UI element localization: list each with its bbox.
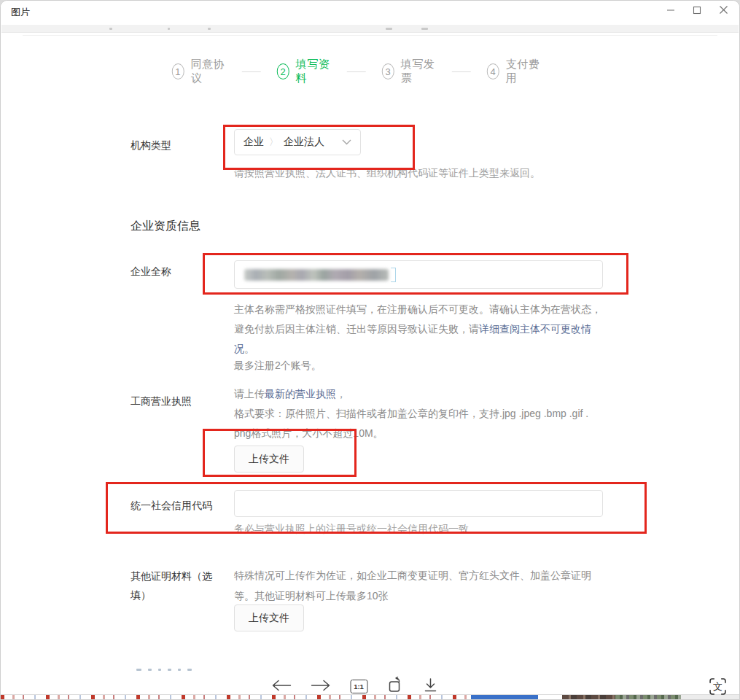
license-line1: 请上传最新的营业执照， [234, 384, 346, 404]
text-cursor [391, 268, 396, 282]
step-number-badge: 4 [486, 63, 499, 79]
upload-license-button[interactable]: 上传文件 [234, 446, 304, 472]
step-agree: 1 同意协议 [171, 58, 225, 85]
clipped-browser-bar [1, 25, 739, 33]
step-pay: 4 支付费用 [486, 58, 540, 85]
ocr-scan-text-icon: 文 [709, 687, 727, 698]
minimize-icon [666, 6, 675, 17]
license-size-line: png格式照片，大小不超过10M。 [234, 424, 642, 443]
license-format-line: 格式要求：原件照片、扫描件或者加盖公章的复印件，支持.jpg .jpeg .bm… [234, 404, 642, 424]
step-invoice: 3 填写发票 [381, 58, 435, 85]
download-icon [424, 678, 437, 694]
credit-code-input[interactable] [234, 490, 603, 517]
next-image-button[interactable] [310, 679, 331, 694]
page-top-edge [23, 35, 717, 36]
company-name-note: 主体名称需严格按照证件填写，在注册确认后不可更改。请确认主体为在营状态，避免付款… [234, 300, 610, 359]
window-title: 图片 [11, 6, 30, 19]
redacted-company-name-value [244, 269, 389, 281]
actual-size-button[interactable]: 1:1 [349, 679, 368, 694]
step-number-badge: 3 [381, 63, 394, 79]
chevron-right-icon: 〉 [269, 136, 279, 149]
note-text: 。 [244, 343, 254, 354]
step-label: 同意协议 [191, 58, 226, 85]
svg-text:文: 文 [712, 681, 722, 692]
step-number-badge: 1 [171, 63, 184, 79]
viewer-toolbar: 1:1 [270, 676, 437, 696]
step-divider [242, 71, 261, 72]
company-name-input[interactable] [234, 260, 603, 289]
section-title-enterprise-info: 企业资质信息 [131, 219, 200, 234]
license-text: 请上传 [234, 388, 265, 400]
credit-code-hint: 务必与营业执照上的注册号或统一社会信用代码一致 [234, 523, 469, 536]
window-controls [658, 1, 736, 20]
close-icon [719, 5, 728, 17]
step-label: 支付费用 [506, 58, 541, 85]
chevron-down-icon [342, 139, 351, 145]
step-label: 填写发票 [401, 58, 436, 85]
download-button[interactable] [423, 677, 437, 695]
org-type-hint: 请按照营业执照、法人证书、组织机构代码证等证件上类型来返回。 [234, 167, 540, 180]
titlebar: 图片 [1, 1, 739, 23]
account-limit-note: 最多注册2个账号。 [234, 356, 322, 376]
step-number-badge: 2 [276, 63, 289, 79]
license-text: ， [336, 388, 346, 400]
credit-code-label: 统一社会信用代码 [131, 497, 212, 513]
business-license-label: 工商营业执照 [131, 393, 192, 409]
minimize-button[interactable] [658, 1, 684, 20]
arrow-right-icon [311, 680, 330, 693]
maximize-button[interactable] [684, 1, 710, 20]
company-name-label: 企业全称 [131, 263, 171, 279]
rotate-icon [387, 677, 404, 696]
org-type-main: 企业 [244, 136, 264, 149]
image-viewer-window: 图片 1 同意协议 2 填写资料 3 [0, 0, 740, 700]
latest-license-link[interactable]: 最新的营业执照 [265, 388, 336, 400]
step-divider [452, 71, 471, 72]
step-label: 填写资料 [296, 58, 331, 85]
org-type-sub: 企业法人 [284, 136, 324, 149]
org-type-dropdown[interactable]: 企业 〉 企业法人 [234, 129, 361, 155]
upload-other-materials-button[interactable]: 上传文件 [234, 604, 304, 631]
arrow-left-icon [271, 680, 291, 693]
org-type-label: 机构类型 [131, 137, 171, 153]
registration-stepper: 1 同意协议 2 填写资料 3 填写发票 4 支付费用 [171, 58, 541, 85]
step-divider [347, 71, 366, 72]
step-fill-info: 2 填写资料 [276, 58, 330, 85]
maximize-icon [693, 6, 701, 17]
other-materials-description: 特殊情况可上传作为佐证，如企业工商变更证明、官方红头文件、加盖公章证明等。其他证… [234, 565, 610, 606]
rotate-button[interactable] [386, 676, 405, 696]
close-button[interactable] [710, 1, 736, 20]
previous-image-button[interactable] [270, 679, 292, 694]
one-to-one-icon: 1:1 [350, 680, 367, 693]
clipped-next-section-title [136, 669, 192, 671]
other-materials-label: 其他证明材料（选填） [131, 567, 230, 604]
extract-text-button[interactable]: 文 [708, 677, 727, 696]
